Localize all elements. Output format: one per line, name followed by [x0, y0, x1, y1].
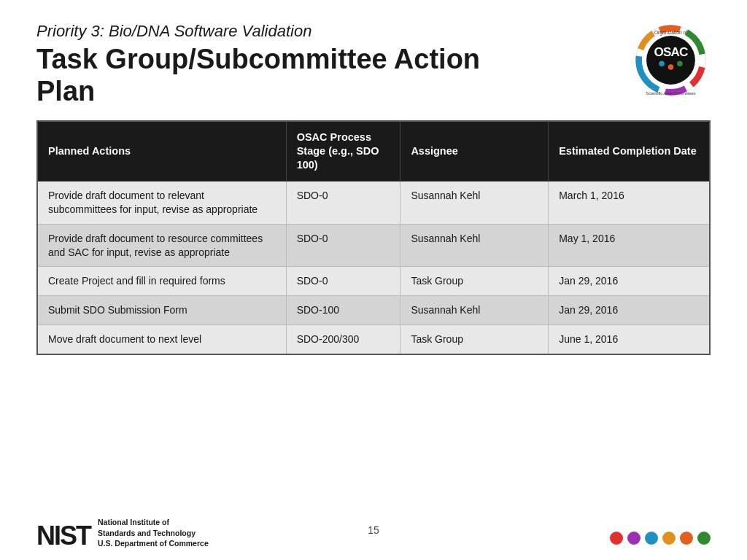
cell-assignee: Task Group [400, 325, 549, 354]
svg-text:Organization of: Organization of [654, 30, 686, 36]
svg-point-7 [646, 36, 695, 85]
title-line2: Plan [36, 76, 95, 106]
col-assignee: Assignee [400, 121, 549, 181]
title-block: Priority 3: Bio/DNA Software Validation … [36, 22, 630, 107]
header: Priority 3: Bio/DNA Software Validation … [36, 22, 711, 107]
nist-acronym: NIST [36, 523, 90, 549]
col-osac-stage: OSAC Process Stage (e.g., SDO 100) [286, 121, 400, 181]
page-number: 15 [368, 524, 379, 536]
action-plan-table: Planned Actions OSAC Process Stage (e.g.… [36, 120, 711, 355]
col-est-completion: Estimated Completion Date [549, 121, 710, 181]
cell-osac_stage: SDO-0 [286, 181, 400, 224]
main-title: Task Group/Subcommittee Action Plan [36, 44, 630, 107]
cell-est_completion: Jan 29, 2016 [549, 267, 710, 296]
color-dot-0 [610, 532, 623, 545]
nist-full-name: National Institute of Standards and Tech… [98, 517, 209, 549]
cell-est_completion: May 1, 2016 [549, 224, 710, 267]
svg-text:Scientific Area Committees: Scientific Area Committees [646, 91, 695, 96]
cell-osac_stage: SDO-0 [286, 267, 400, 296]
color-dots [610, 532, 711, 549]
title-line1: Task Group/Subcommittee Action [36, 44, 480, 74]
color-dot-2 [645, 532, 658, 545]
cell-osac_stage: SDO-200/300 [286, 325, 400, 354]
table-row: Provide draft document to resource commi… [37, 224, 710, 267]
color-dot-5 [697, 532, 711, 545]
svg-point-11 [659, 61, 665, 66]
cell-assignee: Susannah Kehl [400, 224, 549, 267]
table-row: Move draft document to next levelSDO-200… [37, 325, 710, 354]
color-dot-4 [680, 532, 693, 545]
cell-planned_actions: Create Project and fill in required form… [37, 267, 286, 296]
cell-osac_stage: SDO-0 [286, 224, 400, 267]
table-header-row: Planned Actions OSAC Process Stage (e.g.… [37, 121, 710, 181]
table-row: Submit SDO Submission FormSDO-100Susanna… [37, 296, 710, 325]
cell-assignee: Susannah Kehl [400, 181, 549, 224]
cell-est_completion: March 1, 2016 [549, 181, 710, 224]
color-dot-3 [662, 532, 676, 545]
cell-planned_actions: Provide draft document to resource commi… [37, 224, 286, 267]
footer: NIST National Institute of Standards and… [36, 517, 711, 549]
svg-text:OSAC: OSAC [654, 44, 687, 59]
svg-point-12 [667, 64, 673, 70]
table-row: Create Project and fill in required form… [37, 267, 710, 296]
cell-assignee: Task Group [400, 267, 549, 296]
svg-point-13 [677, 61, 683, 66]
cell-est_completion: June 1, 2016 [549, 325, 710, 354]
nist-logo: NIST National Institute of Standards and… [36, 517, 209, 549]
action-plan-table-wrapper: Planned Actions OSAC Process Stage (e.g.… [36, 120, 711, 355]
color-dot-1 [627, 532, 640, 545]
col-planned-actions: Planned Actions [37, 121, 286, 181]
cell-planned_actions: Move draft document to next level [37, 325, 286, 354]
table-row: Provide draft document to relevant subco… [37, 181, 710, 224]
slide: Priority 3: Bio/DNA Software Validation … [0, 0, 747, 560]
osac-logo-area: OSAC Organization of Scientific Area Com… [630, 22, 711, 98]
osac-logo: OSAC Organization of Scientific Area Com… [632, 22, 709, 98]
cell-est_completion: Jan 29, 2016 [549, 296, 710, 325]
cell-osac_stage: SDO-100 [286, 296, 400, 325]
subtitle: Priority 3: Bio/DNA Software Validation [36, 22, 630, 41]
cell-planned_actions: Provide draft document to relevant subco… [37, 181, 286, 224]
cell-assignee: Susannah Kehl [400, 296, 549, 325]
cell-planned_actions: Submit SDO Submission Form [37, 296, 286, 325]
